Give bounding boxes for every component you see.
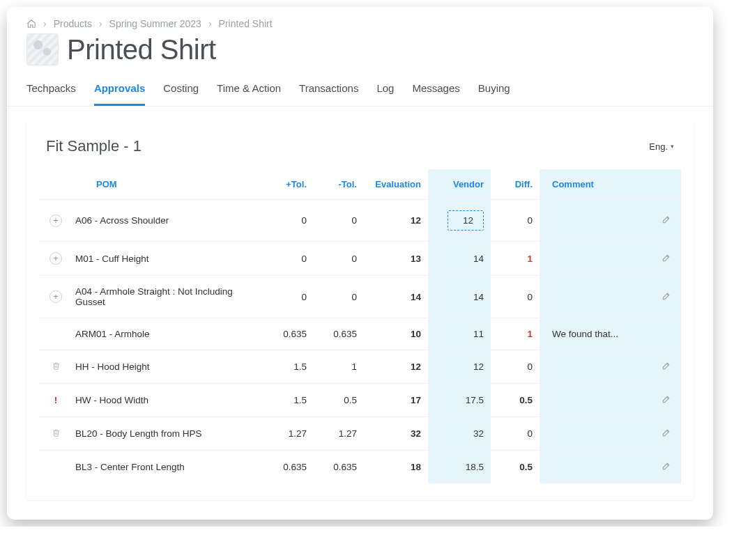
diff-cell: 1 xyxy=(491,242,540,276)
comment-cell xyxy=(540,451,652,484)
ptol-cell: 0.635 xyxy=(263,451,314,484)
vendor-cell[interactable]: 18.5 xyxy=(428,451,491,484)
evaluation-cell: 13 xyxy=(364,242,428,276)
vendor-cell[interactable]: 12 xyxy=(428,350,491,384)
trash-icon[interactable] xyxy=(52,361,61,371)
table-row: +A04 - Armhole Straight : Not Including … xyxy=(39,276,681,318)
evaluation-cell: 17 xyxy=(364,384,428,417)
breadcrumb-link-product[interactable]: Printed Shirt xyxy=(219,18,273,29)
measurements-table: POM +Tol. -Tol. Evaluation Vendor Diff. … xyxy=(39,169,681,483)
warning-icon: ! xyxy=(54,395,58,405)
tab-buying[interactable]: Buying xyxy=(478,82,510,106)
trash-icon[interactable] xyxy=(52,428,61,437)
ptol-cell: 1.5 xyxy=(263,384,314,417)
vendor-cell[interactable]: 12 xyxy=(428,200,491,242)
diff-cell: 0 xyxy=(491,200,540,242)
pom-cell: HH - Hood Height xyxy=(68,350,263,384)
col-header-diff[interactable]: Diff. xyxy=(491,169,540,200)
pencil-icon[interactable] xyxy=(662,461,671,471)
vendor-cell[interactable]: 32 xyxy=(428,417,491,451)
pencil-icon[interactable] xyxy=(662,215,671,224)
language-select[interactable]: Eng. ▾ xyxy=(649,141,674,152)
title-row: Printed Shirt xyxy=(26,33,694,65)
table-wrap: POM +Tol. -Tol. Evaluation Vendor Diff. … xyxy=(26,162,694,500)
expand-button[interactable]: + xyxy=(49,290,62,303)
pom-cell: A06 - Across Shoulder xyxy=(68,200,263,242)
breadcrumb-link-season[interactable]: Spring Summer 2023 xyxy=(109,18,201,29)
col-header-pom[interactable]: POM xyxy=(68,169,263,200)
tab-transactions[interactable]: Transactions xyxy=(299,82,358,106)
comment-cell xyxy=(540,350,652,384)
panel-title: Fit Sample - 1 xyxy=(46,137,142,155)
pom-cell: M01 - Cuff Height xyxy=(68,242,263,276)
diff-cell: 0 xyxy=(491,350,540,384)
comment-cell: We found that... xyxy=(540,318,652,350)
comment-cell xyxy=(540,417,652,451)
table-row: HH - Hood Height1.5112120 xyxy=(39,350,681,384)
ntol-cell: 0 xyxy=(314,200,364,242)
tab-techpacks[interactable]: Techpacks xyxy=(26,82,76,106)
pom-cell: BL3 - Center Front Length xyxy=(68,451,263,484)
diff-cell: 0 xyxy=(491,276,540,318)
vendor-input[interactable]: 12 xyxy=(448,210,484,231)
ptol-cell: 0 xyxy=(263,200,314,242)
pencil-icon[interactable] xyxy=(662,291,671,301)
ntol-cell: 1.27 xyxy=(314,417,364,451)
tabs: TechpacksApprovalsCostingTime & ActionTr… xyxy=(7,82,713,107)
tab-time-action[interactable]: Time & Action xyxy=(217,82,281,106)
ptol-cell: 0 xyxy=(263,242,314,276)
diff-cell: 0 xyxy=(491,417,540,451)
app-window: › Products › Spring Summer 2023 › Printe… xyxy=(7,7,713,520)
col-header-ptol[interactable]: +Tol. xyxy=(263,169,314,200)
evaluation-cell: 12 xyxy=(364,350,428,384)
comment-cell xyxy=(540,242,652,276)
header: › Products › Spring Summer 2023 › Printe… xyxy=(7,7,713,65)
expand-button[interactable]: + xyxy=(49,252,62,265)
ntol-cell: 0.5 xyxy=(314,384,364,417)
ntol-cell: 0 xyxy=(314,276,364,318)
pom-cell: HW - Hood Width xyxy=(68,384,263,417)
evaluation-cell: 10 xyxy=(364,318,428,350)
breadcrumb-link-products[interactable]: Products xyxy=(54,18,92,29)
evaluation-cell: 14 xyxy=(364,276,428,318)
col-header-ntol[interactable]: -Tol. xyxy=(314,169,364,200)
vendor-cell[interactable]: 14 xyxy=(428,276,491,318)
col-header-comment[interactable]: Comment xyxy=(540,169,652,200)
pencil-icon[interactable] xyxy=(662,361,671,371)
table-row: BL3 - Center Front Length0.6350.6351818.… xyxy=(39,451,681,484)
vendor-cell[interactable]: 17.5 xyxy=(428,384,491,417)
pom-cell: ARM01 - Armhole xyxy=(68,318,263,350)
chevron-right-icon: › xyxy=(43,18,47,29)
table-row: !HW - Hood Width1.50.51717.50.5 xyxy=(39,384,681,417)
panel: Fit Sample - 1 Eng. ▾ POM +Tol. xyxy=(26,122,694,500)
col-header-vendor[interactable]: Vendor xyxy=(428,169,491,200)
diff-cell: 0.5 xyxy=(491,451,540,484)
tab-approvals[interactable]: Approvals xyxy=(94,82,145,106)
vendor-cell[interactable]: 14 xyxy=(428,242,491,276)
pencil-icon[interactable] xyxy=(662,428,671,437)
ntol-cell: 1 xyxy=(314,350,364,384)
tab-messages[interactable]: Messages xyxy=(412,82,459,106)
diff-cell: 1 xyxy=(491,318,540,350)
comment-cell xyxy=(540,200,652,242)
chevron-right-icon: › xyxy=(208,18,212,29)
ntol-cell: 0 xyxy=(314,242,364,276)
pencil-icon[interactable] xyxy=(662,253,671,263)
ptol-cell: 1.27 xyxy=(263,417,314,451)
table-row: BL20 - Body Length from HPS1.271.2732320 xyxy=(39,417,681,451)
pencil-icon[interactable] xyxy=(662,394,671,404)
expand-button[interactable]: + xyxy=(49,215,62,227)
col-header-evaluation[interactable]: Evaluation xyxy=(364,169,428,200)
vendor-cell[interactable]: 11 xyxy=(428,318,491,350)
breadcrumb: › Products › Spring Summer 2023 › Printe… xyxy=(26,18,694,29)
comment-cell xyxy=(540,276,652,318)
tab-log[interactable]: Log xyxy=(376,82,394,106)
tab-costing[interactable]: Costing xyxy=(163,82,199,106)
table-row: +M01 - Cuff Height0013141 xyxy=(39,242,681,276)
product-thumbnail[interactable] xyxy=(26,33,59,65)
table-row: +A06 - Across Shoulder0012120 xyxy=(39,200,681,242)
evaluation-cell: 18 xyxy=(364,451,428,484)
table-row: ARM01 - Armhole0.6350.63510111We found t… xyxy=(39,318,681,350)
ptol-cell: 0.635 xyxy=(263,318,314,350)
home-icon[interactable] xyxy=(26,19,36,29)
